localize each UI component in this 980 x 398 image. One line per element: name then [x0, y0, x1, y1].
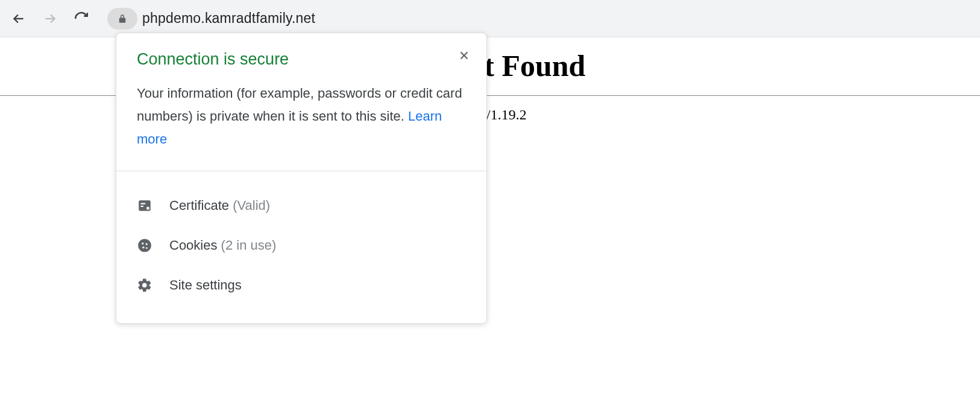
- reload-button[interactable]: [70, 7, 93, 30]
- forward-button[interactable]: [39, 7, 61, 30]
- arrow-left-icon: [11, 11, 27, 27]
- reload-icon: [74, 11, 89, 27]
- cookies-item[interactable]: Cookies (2 in use): [116, 226, 486, 265]
- back-button[interactable]: [7, 7, 30, 30]
- cookie-icon: [137, 238, 152, 253]
- site-settings-item[interactable]: Site settings: [116, 265, 486, 305]
- address-bar[interactable]: phpdemo.kamradtfamily.net: [107, 7, 973, 31]
- svg-point-5: [142, 243, 143, 245]
- popover-body: Your information (for example, passwords…: [137, 82, 466, 150]
- close-button[interactable]: [454, 45, 474, 66]
- certificate-item[interactable]: Certificate (Valid): [116, 186, 486, 226]
- certificate-label: Certificate (Valid): [169, 198, 270, 213]
- svg-point-7: [142, 247, 144, 248]
- arrow-right-icon: [42, 11, 58, 27]
- popover-list: Certificate (Valid) Cookies (2 in use) S…: [116, 171, 486, 323]
- svg-point-8: [146, 248, 148, 250]
- svg-point-4: [138, 239, 151, 253]
- close-icon: [457, 49, 471, 62]
- cookies-label: Cookies (2 in use): [169, 238, 276, 253]
- svg-rect-2: [141, 206, 143, 207]
- url-text: phpdemo.kamradtfamily.net: [142, 10, 315, 27]
- browser-toolbar: phpdemo.kamradtfamily.net: [0, 0, 980, 37]
- gear-icon: [137, 277, 152, 293]
- lock-icon: [117, 13, 128, 24]
- site-info-button[interactable]: [107, 8, 137, 30]
- svg-point-6: [146, 244, 148, 245]
- popover-header: Connection is secure Your information (f…: [116, 33, 486, 171]
- popover-title: Connection is secure: [137, 50, 466, 69]
- svg-rect-3: [146, 207, 149, 210]
- site-settings-label: Site settings: [169, 277, 242, 293]
- site-info-popover: Connection is secure Your information (f…: [116, 33, 487, 324]
- certificate-icon: [137, 198, 152, 213]
- svg-rect-1: [141, 203, 146, 204]
